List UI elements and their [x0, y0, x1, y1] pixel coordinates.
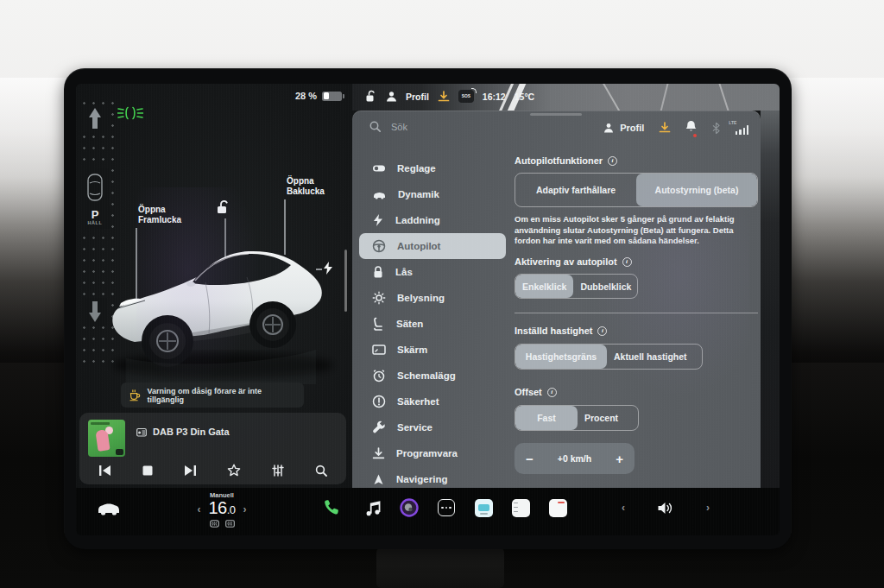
unlock-pointer-line — [224, 218, 226, 258]
menu-item-service[interactable]: Service — [359, 414, 506, 440]
charge-port-bolt-icon[interactable] — [323, 262, 335, 275]
park-label: P — [92, 210, 99, 220]
stepper-minus-button[interactable]: − — [526, 452, 534, 465]
settings-panel: Profil LTE Reglage Dynamik — [352, 111, 761, 488]
app-launcher-button[interactable] — [429, 488, 464, 528]
info-icon[interactable]: i — [547, 388, 557, 397]
bell-icon — [685, 120, 697, 132]
activation-toggle: Enkelklick Dubbelklick — [515, 274, 638, 299]
app-icon-calendar[interactable] — [540, 488, 575, 528]
open-trunk-label[interactable]: Öppna Baklucka — [287, 176, 325, 197]
panel-drag-handle[interactable] — [530, 113, 582, 116]
info-icon[interactable]: i — [608, 156, 617, 166]
temperature-value: 16.0 — [208, 499, 235, 519]
next-track-button[interactable] — [184, 465, 197, 477]
app-icon-purple[interactable] — [392, 488, 426, 528]
menu-item-seats[interactable]: Säten — [359, 311, 506, 337]
menu-item-display[interactable]: Skärm — [359, 337, 506, 363]
seat-icon — [372, 317, 385, 331]
temp-up-chevron[interactable]: › — [236, 503, 255, 515]
lte-signal-icon: LTE — [736, 121, 748, 135]
menu-item-lights[interactable]: Belysning — [359, 285, 506, 311]
battery-percent-label: 28 % — [295, 91, 317, 101]
car-icon — [96, 498, 122, 517]
previous-track-button[interactable] — [98, 465, 111, 477]
lock-open-icon[interactable] — [364, 90, 377, 103]
profile-icon — [603, 123, 614, 133]
bolt-icon — [372, 213, 384, 227]
info-icon[interactable]: i — [622, 257, 632, 267]
search-input[interactable] — [391, 122, 503, 132]
left-panel-scrollbar[interactable] — [344, 250, 347, 312]
offset-toggle: Fast Procent — [515, 405, 639, 431]
search-icon — [369, 121, 381, 132]
sos-icon: SOS — [458, 90, 474, 103]
music-note-icon — [364, 500, 381, 516]
driver-profile-label[interactable]: Profil — [406, 92, 429, 102]
profile-icon[interactable] — [386, 91, 397, 102]
temp-down-chevron[interactable]: ‹ — [189, 503, 208, 515]
temperature-display[interactable]: Manuell 16.0 — [208, 491, 235, 528]
equalizer-button[interactable] — [272, 465, 284, 477]
settings-search[interactable] — [369, 121, 525, 132]
album-art[interactable] — [88, 420, 125, 457]
panel-header-icons: Profil LTE — [603, 119, 748, 136]
car-controls-button[interactable] — [90, 488, 128, 528]
volume-up-chevron[interactable]: › — [706, 502, 710, 514]
open-frunk-label[interactable]: Öppna Framlucka — [138, 205, 181, 225]
option-fixed[interactable]: Fast — [515, 406, 578, 430]
menu-item-safety[interactable]: Säkerhet — [359, 389, 506, 414]
option-percent[interactable]: Procent — [578, 406, 625, 430]
section-title-offset: Offseti — [515, 387, 758, 397]
option-autosteer-beta[interactable]: Autostyrning (beta) — [636, 174, 757, 206]
option-adaptive-cruise[interactable]: Adaptiv farthållare — [515, 174, 636, 206]
media-player[interactable]: DAB P3 Din Gata — [79, 413, 346, 484]
update-download-icon[interactable] — [438, 91, 450, 103]
menu-item-autopilot[interactable]: Autopilot — [359, 233, 506, 259]
media-search-button[interactable] — [315, 465, 327, 477]
app-icon-blue[interactable] — [466, 488, 501, 528]
section-title-set-speed: Inställd hastigheti — [515, 326, 758, 336]
volume-icon[interactable] — [657, 501, 674, 515]
parking-lights-icon — [117, 106, 143, 120]
alert-icon — [372, 395, 386, 408]
music-app-button[interactable] — [356, 488, 388, 528]
option-current-speed[interactable]: Aktuell hastighet — [607, 345, 694, 369]
vehicle-visualization — [100, 220, 345, 393]
stop-button[interactable] — [142, 465, 153, 476]
info-icon[interactable]: i — [597, 326, 607, 336]
profile-label: Profil — [620, 123, 644, 133]
software-download-icon[interactable] — [659, 122, 671, 134]
option-speed-limit[interactable]: Hastighetsgräns — [515, 345, 607, 369]
menu-item-dynamics[interactable]: Dynamik — [359, 181, 506, 207]
toggle-icon — [372, 161, 386, 175]
menu-item-locks[interactable]: Lås — [359, 259, 506, 285]
lock-open-icon[interactable] — [214, 199, 233, 217]
menu-item-charging[interactable]: Laddning — [359, 207, 506, 233]
divider — [515, 313, 758, 313]
screen-edge-vignette — [761, 111, 780, 488]
phone-app-button[interactable] — [314, 488, 349, 528]
stepper-plus-button[interactable]: + — [616, 452, 623, 465]
notifications-button[interactable] — [685, 120, 697, 136]
profile-button[interactable]: Profil — [603, 123, 644, 133]
volume-control: ‹ › — [618, 488, 713, 528]
bluetooth-icon[interactable] — [711, 122, 721, 135]
charge-port-line — [316, 269, 322, 270]
menu-item-controls[interactable]: Reglage — [359, 155, 506, 181]
map-background: Profil SOS 16:12 15°C — [352, 84, 780, 111]
menu-item-scheduling[interactable]: Schemalägg — [359, 363, 506, 389]
app-icon-notes[interactable] — [503, 488, 538, 528]
navigation-icon — [372, 473, 385, 486]
volume-down-chevron[interactable]: ‹ — [622, 502, 625, 514]
favorite-star-button[interactable] — [227, 464, 241, 477]
settings-menu: Reglage Dynamik Laddning Autopilot Lås B… — [359, 155, 506, 492]
defrost-rear-icon — [225, 520, 235, 528]
tesla-touchscreen: 28 % P HÅLL — [76, 84, 780, 535]
option-double-click[interactable]: Dubbelklick — [573, 275, 638, 298]
defrost-icons[interactable] — [210, 520, 235, 528]
option-single-click[interactable]: Enkelklick — [515, 275, 573, 298]
set-speed-toggle: Hastighetsgräns Aktuell hastighet — [515, 344, 703, 370]
menu-item-software[interactable]: Programvara — [359, 440, 506, 466]
photo-background-left — [0, 78, 69, 363]
